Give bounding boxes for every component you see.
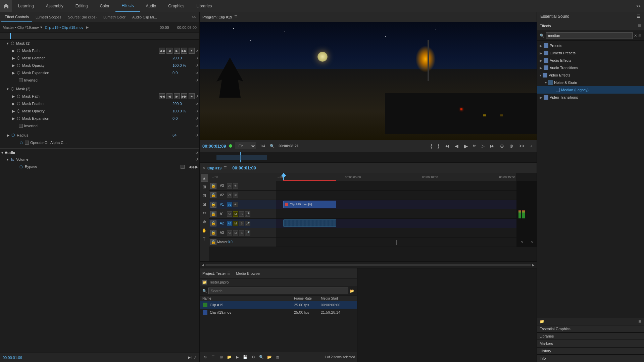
tree-median-legacy[interactable]: Median (Legacy) [537, 86, 644, 94]
project-new-bin[interactable]: 📂 [350, 289, 354, 293]
mask-opacity-expand[interactable]: ▶ [12, 63, 15, 68]
insert-btn[interactable]: ⊕ [499, 143, 505, 149]
clip-a2-block[interactable] [283, 219, 336, 227]
list-view-btn[interactable]: ☰ [210, 354, 216, 361]
nav-graphics[interactable]: Graphics [162, 0, 190, 12]
audio-transitions-expand[interactable]: ▶ [540, 66, 542, 70]
mask-expansion-reset[interactable]: ↺ [195, 71, 198, 75]
mask2-path-btn5[interactable]: ✦ [189, 93, 195, 99]
program-monitor-menu-icon[interactable]: ☰ [234, 15, 238, 19]
mask2-opacity-value[interactable]: 100.0 % [172, 109, 193, 113]
ec-play-btn[interactable]: ▶| [188, 355, 192, 360]
search-btn[interactable]: 🔍 [258, 354, 265, 361]
ec-playhead[interactable] [10, 33, 11, 39]
track-v3-eye[interactable]: 👁 [233, 183, 238, 189]
radius-expand[interactable]: ▶ [7, 133, 9, 138]
effects-filter-icon[interactable]: ⊞ [638, 34, 641, 38]
effects-search-input[interactable] [546, 32, 633, 39]
track-a2-solo[interactable]: S [239, 221, 244, 226]
track-v3-lock[interactable]: 🔒 [210, 183, 216, 189]
mask2-path-reset[interactable]: ↺ [195, 95, 198, 98]
mark-in-btn[interactable]: { [429, 143, 434, 149]
track-a2-toggle[interactable]: A2 [227, 221, 232, 226]
track-a3-lock[interactable]: 🔒 [210, 230, 216, 236]
track-a2-mic[interactable]: 🎤 [245, 221, 250, 226]
effects-new-folder[interactable]: 📁 [540, 319, 544, 324]
mask-path-expand[interactable]: ▶ [12, 49, 15, 53]
home-button[interactable] [0, 0, 12, 12]
essential-sound-menu[interactable]: ☰ [637, 14, 641, 19]
add-marker-btn[interactable]: + [529, 143, 534, 149]
tab-source[interactable]: Source: (no clips) [64, 12, 100, 22]
track-a1-solo[interactable]: S [239, 211, 244, 217]
mask-path-btn5[interactable]: ✦ [189, 48, 195, 54]
track-a1-toggle[interactable]: A1 [227, 211, 232, 217]
mask-feather-value[interactable]: 200.0 [172, 56, 193, 60]
track-a3-mic[interactable]: 🎤 [245, 230, 250, 236]
play-out-btn[interactable]: ▷ [480, 143, 486, 149]
timeline-scrollbar[interactable] [205, 264, 531, 266]
bypass-btn-right[interactable]: ▶ [195, 165, 198, 169]
mask2-path-btn3[interactable]: ▶ [174, 93, 180, 99]
essential-graphics-header[interactable]: Essential Graphics [537, 325, 644, 332]
tree-lumetri-presets[interactable]: ▶ Lumetri Presets [537, 49, 644, 57]
mask2-inverted-checkbox[interactable] [19, 124, 23, 128]
nav-audio[interactable]: Audio [140, 0, 162, 12]
video-transitions-expand[interactable]: ▶ [540, 96, 542, 99]
tree-presets[interactable]: ▶ Presets [537, 42, 644, 49]
zoom-selector[interactable]: Fit 25% 50% 100% [235, 143, 256, 149]
radius-value[interactable]: 64 [172, 133, 193, 137]
project-menu[interactable]: ☰ [227, 271, 231, 275]
track-a1-lock[interactable]: 🔒 [210, 211, 216, 217]
track-v1-lock[interactable]: 🔒 [210, 202, 216, 208]
delete-btn[interactable]: 🗑 [274, 354, 281, 361]
libraries-header[interactable]: Libraries [537, 332, 644, 340]
playback-btn[interactable]: ▶ [234, 354, 241, 361]
track-v2-lock[interactable]: 🔒 [210, 192, 216, 198]
track-a3-toggle[interactable]: A3 [227, 230, 232, 236]
mask-opacity-value[interactable]: 100.0 % [172, 63, 193, 67]
mask-feather-reset[interactable]: ↺ [195, 56, 198, 60]
panel-tabs-more[interactable]: >> [190, 15, 198, 19]
tree-noise-grain[interactable]: ▾ Noise & Grain [537, 79, 644, 86]
radius-reset[interactable]: ↺ [195, 134, 198, 137]
mask-path-btn3[interactable]: ▶ [174, 48, 180, 54]
audio-effects-expand[interactable]: ▶ [540, 59, 542, 62]
settings-btn[interactable]: ⚙ [250, 354, 257, 361]
nav-assembly[interactable]: Assembly [40, 0, 69, 12]
fx-btn[interactable]: fx [472, 144, 477, 149]
bypass-btn-left[interactable]: ◀ [189, 165, 191, 169]
track-a3-solo[interactable]: S [239, 230, 244, 236]
tab-lumetri-color[interactable]: Lumetri Color [100, 12, 129, 22]
mask1-expand[interactable]: ▾ [7, 41, 9, 46]
nav-more-button[interactable]: >> [633, 4, 644, 8]
presets-expand[interactable]: ▶ [540, 44, 542, 48]
timeline-scroll-right[interactable]: ▶ [532, 263, 535, 267]
mask2-feather-value[interactable]: 200.0 [172, 102, 193, 106]
tool-slip[interactable]: ⊠ [201, 201, 208, 208]
track-v1-toggle[interactable]: V1 [227, 202, 232, 207]
effects-icon2[interactable]: ⊞ [638, 319, 641, 324]
bin-btn[interactable]: 📁 [226, 354, 233, 361]
video-effects-expand[interactable]: ▾ [540, 73, 541, 77]
clip-v1-block[interactable]: Clip #19.mov [V] [283, 201, 336, 208]
go-out-btn[interactable]: ⏭ [489, 143, 496, 149]
mask2-expansion-value[interactable]: 0.0 [172, 116, 193, 120]
tool-zoom[interactable]: ⊕ [201, 218, 208, 225]
mask-expansion-expand[interactable]: ▶ [12, 71, 15, 75]
bypass-keyframe[interactable]: ◆ [192, 165, 195, 169]
bypass-checkbox[interactable] [181, 165, 185, 169]
tool-selection[interactable]: ▲ [201, 174, 208, 182]
mask2-expand[interactable]: ▾ [7, 87, 9, 91]
nav-editing[interactable]: Editing [69, 0, 94, 12]
track-a2-mute[interactable]: M [233, 221, 238, 226]
mask2-path-btn2[interactable]: ◀ [166, 93, 172, 99]
mask-inverted-reset[interactable]: ↺ [195, 79, 198, 82]
mask-opacity-reset[interactable]: ↺ [195, 64, 198, 67]
nav-effects[interactable]: Effects [115, 0, 140, 12]
project-tab-media[interactable]: Media Browser [236, 271, 260, 275]
tree-audio-effects[interactable]: ▶ Audio Effects [537, 57, 644, 64]
folder-btn[interactable]: 📂 [266, 354, 273, 361]
mask-path-btn1[interactable]: ◀◀ [159, 48, 165, 54]
mask2-path-btn4[interactable]: ▶▶ [181, 93, 187, 99]
